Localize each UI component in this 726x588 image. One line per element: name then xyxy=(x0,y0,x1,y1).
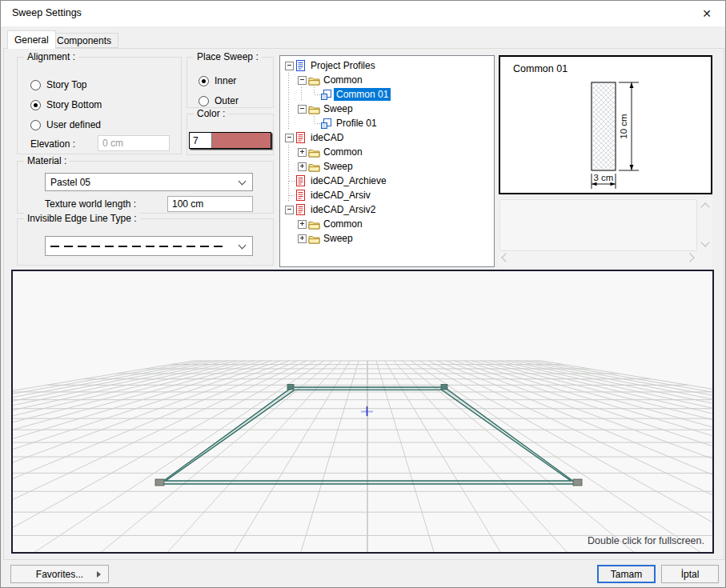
scroll-right-icon[interactable] xyxy=(685,253,694,262)
radio-story-top-icon[interactable] xyxy=(30,80,41,90)
radio-outer-icon[interactable] xyxy=(199,96,209,106)
tree-item-label[interactable]: ideCAD_Arsiv2 xyxy=(308,203,378,216)
collapse-icon[interactable] xyxy=(295,73,308,87)
doc-red-icon xyxy=(295,204,308,215)
folder-icon xyxy=(308,233,321,244)
tree-item-label[interactable]: Profile 01 xyxy=(334,117,379,130)
expand-icon[interactable] xyxy=(295,231,308,246)
radio-outer-label[interactable]: Outer xyxy=(215,95,239,106)
folder-icon xyxy=(308,146,321,158)
collapse-icon[interactable] xyxy=(295,102,308,116)
sweep-corner-bottom-right xyxy=(573,479,582,486)
collapse-icon[interactable] xyxy=(283,130,295,145)
expand-icon[interactable] xyxy=(295,217,308,231)
texture-length-field[interactable]: 100 cm xyxy=(167,196,253,212)
tree-item-label[interactable]: Sweep xyxy=(321,160,355,173)
tree-item[interactable]: ideCAD_Arsiv2 xyxy=(283,202,494,217)
radio-user-defined-icon[interactable] xyxy=(30,120,41,130)
sweep-corner-top-right xyxy=(441,385,447,390)
tab-components[interactable]: Components xyxy=(50,33,118,48)
tree-item-label[interactable]: Common xyxy=(321,74,365,86)
tree-item[interactable]: ideCAD xyxy=(283,130,494,145)
tree-item[interactable]: Sweep xyxy=(283,231,494,246)
tree-item[interactable]: Sweep xyxy=(283,159,494,174)
radio-inner-icon[interactable] xyxy=(199,76,209,86)
tree-item-label[interactable]: ideCAD_Arsiv xyxy=(308,189,373,202)
favorites-button[interactable]: Favorites... xyxy=(10,565,109,583)
height-dimension-label: 10 cm xyxy=(619,114,628,138)
color-swatch[interactable] xyxy=(211,133,271,148)
ok-button[interactable]: Tamam xyxy=(597,565,656,583)
scroll-down-icon[interactable] xyxy=(700,238,709,246)
tree-item-label[interactable]: Sweep xyxy=(321,232,355,245)
origin-cross-icon xyxy=(361,406,373,416)
color-picker[interactable]: 7 xyxy=(189,132,271,149)
expand-icon[interactable] xyxy=(295,159,308,174)
tree-item[interactable]: Common xyxy=(283,145,494,159)
radio-inner-label[interactable]: Inner xyxy=(215,75,236,86)
close-icon[interactable]: ✕ xyxy=(698,5,716,22)
window-title: Sweep Settings xyxy=(12,7,82,18)
tree-connector xyxy=(283,174,295,188)
preview-title: Common 01 xyxy=(513,63,568,74)
tree-item-label[interactable]: Project Profiles xyxy=(308,59,378,72)
tree-item-label[interactable]: ideCAD_Archieve xyxy=(308,174,389,187)
tree-item-label[interactable]: Common xyxy=(321,146,365,158)
radio-inner[interactable]: Inner xyxy=(199,75,236,86)
doc-red-icon xyxy=(295,175,308,186)
tree-connector xyxy=(308,116,321,130)
material-select[interactable]: Pastel 05 xyxy=(45,173,253,191)
collapse-icon[interactable] xyxy=(283,58,295,73)
tree-item-label[interactable]: Sweep xyxy=(321,102,355,115)
profile-icon xyxy=(321,89,334,100)
tree-item-label[interactable]: ideCAD xyxy=(308,131,346,144)
radio-story-bottom-icon[interactable] xyxy=(30,100,41,110)
tree-item[interactable]: ideCAD_Archieve xyxy=(283,174,494,188)
profile-icon xyxy=(321,118,334,129)
radio-story-top-label[interactable]: Story Top xyxy=(46,79,86,90)
alignment-legend: Alignment : xyxy=(24,51,78,62)
tree-connector xyxy=(295,116,308,130)
folder-icon xyxy=(308,103,321,114)
elevation-value: 0 cm xyxy=(102,138,123,149)
tree-item[interactable]: Sweep xyxy=(283,102,494,116)
tree-item[interactable]: Common xyxy=(283,73,494,87)
tree-item[interactable]: Common 01 xyxy=(283,87,494,102)
folder-icon xyxy=(308,218,321,230)
tree-item[interactable]: Project Profiles xyxy=(283,58,494,73)
radio-story-bottom[interactable]: Story Bottom xyxy=(30,99,102,110)
radio-story-top[interactable]: Story Top xyxy=(30,79,86,90)
ok-label: Tamam xyxy=(611,569,642,580)
profile-section-drawing: 10 cm 3 cm xyxy=(500,57,711,193)
tree-item-label[interactable]: Common xyxy=(321,218,365,230)
tree-item[interactable]: ideCAD_Arsiv xyxy=(283,188,494,202)
scroll-left-icon[interactable] xyxy=(501,253,510,262)
expand-icon[interactable] xyxy=(295,145,308,159)
titlebar: Sweep Settings ✕ xyxy=(1,1,725,26)
profile-preview-panel: Common 01 10 cm 3 cm xyxy=(499,55,712,194)
tree-connector xyxy=(308,87,321,102)
scroll-up-icon[interactable] xyxy=(700,202,709,211)
place-sweep-group: Place Sweep : Inner Outer xyxy=(187,57,274,108)
radio-user-defined-label[interactable]: User defined xyxy=(46,119,101,130)
doc-blue-icon xyxy=(295,60,308,71)
chevron-down-icon xyxy=(239,177,247,185)
tree-connector xyxy=(283,73,295,87)
tree-item-label[interactable]: Common 01 xyxy=(334,88,391,101)
tree-connector xyxy=(283,231,295,246)
cancel-button[interactable]: İptal xyxy=(661,565,719,583)
sweep-settings-dialog: Sweep Settings ✕ General Components Alig… xyxy=(0,0,726,588)
radio-story-bottom-label[interactable]: Story Bottom xyxy=(46,99,102,110)
sweep-3d-viewport[interactable]: Double click for fullscreen. xyxy=(11,270,714,554)
triangle-right-icon xyxy=(97,571,101,578)
tab-general[interactable]: General xyxy=(7,30,56,49)
elevation-field[interactable]: 0 cm xyxy=(98,135,170,151)
material-group: Material : Pastel 05 Texture world lengt… xyxy=(17,161,274,214)
folder-icon xyxy=(308,74,321,86)
radio-outer[interactable]: Outer xyxy=(199,95,239,106)
tree-item[interactable]: Profile 01 xyxy=(283,116,494,130)
radio-user-defined[interactable]: User defined xyxy=(30,119,101,130)
collapse-icon[interactable] xyxy=(283,202,295,217)
line-type-select[interactable] xyxy=(45,236,253,256)
tree-item[interactable]: Common xyxy=(283,217,494,231)
